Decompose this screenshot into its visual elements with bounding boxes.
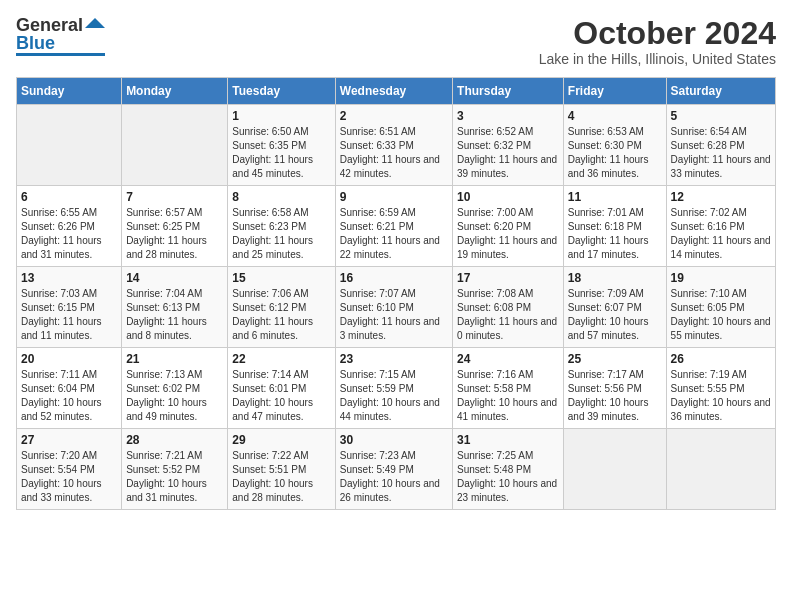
day-info: Sunrise: 6:52 AMSunset: 6:32 PMDaylight:…	[457, 125, 559, 181]
calendar-cell: 16Sunrise: 7:07 AMSunset: 6:10 PMDayligh…	[335, 267, 452, 348]
day-info: Sunrise: 7:20 AMSunset: 5:54 PMDaylight:…	[21, 449, 117, 505]
day-info: Sunrise: 6:54 AMSunset: 6:28 PMDaylight:…	[671, 125, 771, 181]
calendar-cell	[666, 429, 775, 510]
day-number: 2	[340, 109, 448, 123]
day-info: Sunrise: 7:25 AMSunset: 5:48 PMDaylight:…	[457, 449, 559, 505]
day-number: 19	[671, 271, 771, 285]
day-number: 3	[457, 109, 559, 123]
day-info: Sunrise: 6:58 AMSunset: 6:23 PMDaylight:…	[232, 206, 330, 262]
calendar-cell: 23Sunrise: 7:15 AMSunset: 5:59 PMDayligh…	[335, 348, 452, 429]
day-info: Sunrise: 7:04 AMSunset: 6:13 PMDaylight:…	[126, 287, 223, 343]
calendar-cell: 24Sunrise: 7:16 AMSunset: 5:58 PMDayligh…	[453, 348, 564, 429]
day-number: 14	[126, 271, 223, 285]
title-block: October 2024 Lake in the Hills, Illinois…	[539, 16, 776, 67]
day-info: Sunrise: 7:03 AMSunset: 6:15 PMDaylight:…	[21, 287, 117, 343]
day-number: 28	[126, 433, 223, 447]
calendar-cell: 8Sunrise: 6:58 AMSunset: 6:23 PMDaylight…	[228, 186, 335, 267]
day-info: Sunrise: 7:14 AMSunset: 6:01 PMDaylight:…	[232, 368, 330, 424]
day-info: Sunrise: 7:00 AMSunset: 6:20 PMDaylight:…	[457, 206, 559, 262]
calendar-cell: 7Sunrise: 6:57 AMSunset: 6:25 PMDaylight…	[122, 186, 228, 267]
day-info: Sunrise: 7:07 AMSunset: 6:10 PMDaylight:…	[340, 287, 448, 343]
weekday-header: Monday	[122, 78, 228, 105]
day-info: Sunrise: 6:55 AMSunset: 6:26 PMDaylight:…	[21, 206, 117, 262]
calendar-cell: 31Sunrise: 7:25 AMSunset: 5:48 PMDayligh…	[453, 429, 564, 510]
day-info: Sunrise: 7:16 AMSunset: 5:58 PMDaylight:…	[457, 368, 559, 424]
day-info: Sunrise: 7:08 AMSunset: 6:08 PMDaylight:…	[457, 287, 559, 343]
day-info: Sunrise: 6:53 AMSunset: 6:30 PMDaylight:…	[568, 125, 662, 181]
calendar-cell: 13Sunrise: 7:03 AMSunset: 6:15 PMDayligh…	[17, 267, 122, 348]
calendar-cell: 1Sunrise: 6:50 AMSunset: 6:35 PMDaylight…	[228, 105, 335, 186]
day-number: 29	[232, 433, 330, 447]
day-info: Sunrise: 6:59 AMSunset: 6:21 PMDaylight:…	[340, 206, 448, 262]
day-info: Sunrise: 7:15 AMSunset: 5:59 PMDaylight:…	[340, 368, 448, 424]
day-number: 22	[232, 352, 330, 366]
day-number: 31	[457, 433, 559, 447]
calendar-cell: 22Sunrise: 7:14 AMSunset: 6:01 PMDayligh…	[228, 348, 335, 429]
calendar-cell: 27Sunrise: 7:20 AMSunset: 5:54 PMDayligh…	[17, 429, 122, 510]
day-info: Sunrise: 7:13 AMSunset: 6:02 PMDaylight:…	[126, 368, 223, 424]
calendar-cell: 2Sunrise: 6:51 AMSunset: 6:33 PMDaylight…	[335, 105, 452, 186]
day-number: 11	[568, 190, 662, 204]
calendar-cell: 19Sunrise: 7:10 AMSunset: 6:05 PMDayligh…	[666, 267, 775, 348]
calendar-cell: 25Sunrise: 7:17 AMSunset: 5:56 PMDayligh…	[563, 348, 666, 429]
day-info: Sunrise: 6:57 AMSunset: 6:25 PMDaylight:…	[126, 206, 223, 262]
calendar-cell: 4Sunrise: 6:53 AMSunset: 6:30 PMDaylight…	[563, 105, 666, 186]
day-number: 8	[232, 190, 330, 204]
day-number: 20	[21, 352, 117, 366]
logo: General Blue	[16, 16, 105, 56]
calendar-cell	[563, 429, 666, 510]
weekday-header: Wednesday	[335, 78, 452, 105]
day-info: Sunrise: 7:19 AMSunset: 5:55 PMDaylight:…	[671, 368, 771, 424]
day-info: Sunrise: 7:23 AMSunset: 5:49 PMDaylight:…	[340, 449, 448, 505]
day-info: Sunrise: 7:06 AMSunset: 6:12 PMDaylight:…	[232, 287, 330, 343]
calendar-cell	[17, 105, 122, 186]
calendar-cell: 14Sunrise: 7:04 AMSunset: 6:13 PMDayligh…	[122, 267, 228, 348]
day-number: 12	[671, 190, 771, 204]
location-title: Lake in the Hills, Illinois, United Stat…	[539, 51, 776, 67]
calendar-cell: 21Sunrise: 7:13 AMSunset: 6:02 PMDayligh…	[122, 348, 228, 429]
calendar-cell: 20Sunrise: 7:11 AMSunset: 6:04 PMDayligh…	[17, 348, 122, 429]
page-header: General Blue October 2024 Lake in the Hi…	[16, 16, 776, 67]
day-info: Sunrise: 6:51 AMSunset: 6:33 PMDaylight:…	[340, 125, 448, 181]
calendar-cell: 12Sunrise: 7:02 AMSunset: 6:16 PMDayligh…	[666, 186, 775, 267]
day-number: 6	[21, 190, 117, 204]
weekday-header: Tuesday	[228, 78, 335, 105]
day-number: 5	[671, 109, 771, 123]
logo-general: General	[16, 16, 83, 34]
day-number: 21	[126, 352, 223, 366]
day-number: 13	[21, 271, 117, 285]
day-number: 1	[232, 109, 330, 123]
calendar-cell: 18Sunrise: 7:09 AMSunset: 6:07 PMDayligh…	[563, 267, 666, 348]
day-number: 4	[568, 109, 662, 123]
month-title: October 2024	[539, 16, 776, 51]
calendar-cell: 9Sunrise: 6:59 AMSunset: 6:21 PMDaylight…	[335, 186, 452, 267]
weekday-header: Thursday	[453, 78, 564, 105]
calendar-cell: 30Sunrise: 7:23 AMSunset: 5:49 PMDayligh…	[335, 429, 452, 510]
calendar-cell: 29Sunrise: 7:22 AMSunset: 5:51 PMDayligh…	[228, 429, 335, 510]
calendar-cell	[122, 105, 228, 186]
day-number: 26	[671, 352, 771, 366]
logo-blue: Blue	[16, 34, 55, 52]
calendar-cell: 3Sunrise: 6:52 AMSunset: 6:32 PMDaylight…	[453, 105, 564, 186]
day-number: 9	[340, 190, 448, 204]
day-number: 18	[568, 271, 662, 285]
day-info: Sunrise: 7:11 AMSunset: 6:04 PMDaylight:…	[21, 368, 117, 424]
calendar-cell: 6Sunrise: 6:55 AMSunset: 6:26 PMDaylight…	[17, 186, 122, 267]
weekday-header: Saturday	[666, 78, 775, 105]
calendar-cell: 26Sunrise: 7:19 AMSunset: 5:55 PMDayligh…	[666, 348, 775, 429]
day-info: Sunrise: 7:22 AMSunset: 5:51 PMDaylight:…	[232, 449, 330, 505]
day-info: Sunrise: 6:50 AMSunset: 6:35 PMDaylight:…	[232, 125, 330, 181]
day-info: Sunrise: 7:10 AMSunset: 6:05 PMDaylight:…	[671, 287, 771, 343]
calendar-cell: 15Sunrise: 7:06 AMSunset: 6:12 PMDayligh…	[228, 267, 335, 348]
day-number: 27	[21, 433, 117, 447]
day-info: Sunrise: 7:01 AMSunset: 6:18 PMDaylight:…	[568, 206, 662, 262]
day-number: 30	[340, 433, 448, 447]
weekday-header: Sunday	[17, 78, 122, 105]
day-number: 10	[457, 190, 559, 204]
day-info: Sunrise: 7:02 AMSunset: 6:16 PMDaylight:…	[671, 206, 771, 262]
day-info: Sunrise: 7:09 AMSunset: 6:07 PMDaylight:…	[568, 287, 662, 343]
day-number: 17	[457, 271, 559, 285]
calendar-cell: 10Sunrise: 7:00 AMSunset: 6:20 PMDayligh…	[453, 186, 564, 267]
day-number: 25	[568, 352, 662, 366]
day-info: Sunrise: 7:17 AMSunset: 5:56 PMDaylight:…	[568, 368, 662, 424]
